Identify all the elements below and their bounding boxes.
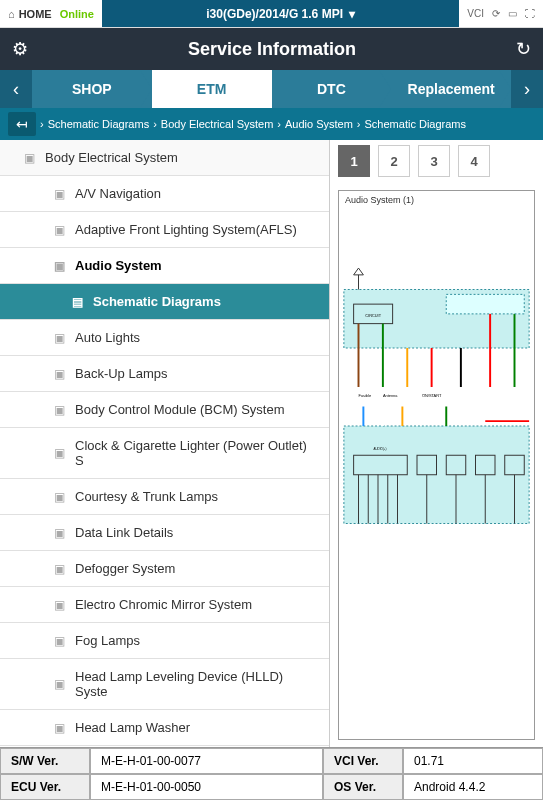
tree-item[interactable]: ▣Fog Lamps (0, 623, 329, 659)
tree-item[interactable]: ▣A/V Navigation (0, 176, 329, 212)
breadcrumb-1[interactable]: Schematic Diagrams (48, 118, 149, 130)
tree-item-label: Fog Lamps (75, 633, 140, 648)
tree-item[interactable]: ▣Auto Lights (0, 320, 329, 356)
tree-root[interactable]: ▣Body Electrical System (0, 140, 329, 176)
folder-icon: ▣ (54, 259, 65, 273)
vci-label: VCI (467, 8, 484, 19)
folder-icon: ▣ (54, 446, 65, 460)
page-1-button[interactable]: 1 (338, 145, 370, 177)
tab-next[interactable]: › (511, 70, 543, 108)
ecu-ver-value: M-E-H-01-00-0050 (90, 774, 323, 800)
tree-item-schematic[interactable]: ▤Schematic Diagrams (0, 284, 329, 320)
breadcrumb-sep: › (357, 118, 361, 130)
svg-text:CIRCUIT: CIRCUIT (365, 313, 381, 318)
tree-item[interactable]: ▣Adaptive Front Lighting System(AFLS) (0, 212, 329, 248)
main-panel: 1 2 3 4 Audio System (1) CIRCUIT (330, 140, 543, 748)
page-title: Service Information (28, 39, 516, 60)
tree-item[interactable]: ▣Courtesy & Trunk Lamps (0, 479, 329, 515)
tree-root-label: Body Electrical System (45, 150, 178, 165)
breadcrumb-2[interactable]: Body Electrical System (161, 118, 273, 130)
sw-ver-label: S/W Ver. (0, 748, 90, 774)
tree-item[interactable]: ▣Head Lamp Leveling Device (HLLD) Syste (0, 659, 329, 710)
tree-item[interactable]: ▣Data Link Details (0, 515, 329, 551)
svg-rect-12 (446, 294, 524, 314)
breadcrumb: ↤ › Schematic Diagrams › Body Electrical… (0, 108, 543, 140)
tree-item-audio[interactable]: ▣Audio System (0, 248, 329, 284)
breadcrumb-4[interactable]: Schematic Diagrams (365, 118, 466, 130)
breadcrumb-sep: › (40, 118, 44, 130)
tab-dtc-label: DTC (317, 81, 346, 97)
folder-icon: ▣ (54, 562, 65, 576)
gear-icon[interactable]: ⚙ (12, 38, 28, 60)
home-link[interactable]: HOME (19, 8, 52, 20)
tree-item[interactable]: ▣Clock & Cigarette Lighter (Power Outlet… (0, 428, 329, 479)
folder-icon: ▣ (54, 403, 65, 417)
ecu-ver-label: ECU Ver. (0, 774, 90, 800)
folder-icon: ▣ (54, 490, 65, 504)
schematic-diagram[interactable]: Audio System (1) CIRCUIT Fusible (338, 190, 535, 740)
svg-text:Fusible: Fusible (359, 393, 372, 398)
folder-icon: ▣ (54, 223, 65, 237)
tab-replacement[interactable]: Replacement (391, 70, 511, 108)
top-bar: ⌂ HOME Online i30(GDe)/2014/G 1.6 MPI ▾ … (0, 0, 543, 28)
tree-item-label: Body Control Module (BCM) System (75, 402, 285, 417)
tab-etm-label: ETM (197, 81, 227, 97)
tree-item-label: Courtesy & Trunk Lamps (75, 489, 218, 504)
os-ver-label: OS Ver. (323, 774, 403, 800)
page-3-button[interactable]: 3 (418, 145, 450, 177)
page-4-button[interactable]: 4 (458, 145, 490, 177)
reload-icon[interactable]: ↻ (516, 38, 531, 60)
tree-item[interactable]: ▣Back-Up Lamps (0, 356, 329, 392)
svg-text:AUDIO(+): AUDIO(+) (374, 447, 387, 451)
tab-shop-label: SHOP (72, 81, 112, 97)
page-2-button[interactable]: 2 (378, 145, 410, 177)
tree-item-label: Electro Chromic Mirror System (75, 597, 252, 612)
folder-icon: ▣ (54, 721, 65, 735)
pagination: 1 2 3 4 (330, 140, 543, 182)
tree-item-label: Audio System (75, 258, 162, 273)
os-ver-value: Android 4.4.2 (403, 774, 543, 800)
folder-icon: ▣ (54, 187, 65, 201)
sw-ver-value: M-E-H-01-00-0077 (90, 748, 323, 774)
vci-status-icon: ⟳ (492, 8, 500, 19)
svg-marker-4 (354, 268, 364, 275)
folder-icon: ▣ (24, 151, 35, 165)
tab-bar: ‹ SHOP ETM DTC Replacement › (0, 70, 543, 108)
tree-item[interactable]: ▣Defogger System (0, 551, 329, 587)
tab-replacement-label: Replacement (408, 81, 495, 97)
svg-text:Antenna: Antenna (383, 393, 398, 398)
tree-item-label: Clock & Cigarette Lighter (Power Outlet)… (75, 438, 317, 468)
tree-item-label: Defogger System (75, 561, 175, 576)
breadcrumb-sep: › (277, 118, 281, 130)
tab-etm[interactable]: ETM (152, 70, 272, 108)
wiring-schematic-svg: CIRCUIT Fusible Antenna ON/START (339, 191, 534, 739)
tree-item-label: Back-Up Lamps (75, 366, 167, 381)
home-icon[interactable]: ⌂ (8, 8, 15, 20)
capture-icon[interactable]: ▭ (508, 8, 517, 19)
chevron-down-icon: ▾ (349, 7, 355, 21)
breadcrumb-3[interactable]: Audio System (285, 118, 353, 130)
vehicle-selector[interactable]: i30(GDe)/2014/G 1.6 MPI ▾ (102, 0, 459, 27)
title-bar: ⚙ Service Information ↻ (0, 28, 543, 70)
tree-item-label: Data Link Details (75, 525, 173, 540)
document-icon: ▤ (72, 295, 83, 309)
tab-prev[interactable]: ‹ (0, 70, 32, 108)
vci-ver-label: VCI Ver. (323, 748, 403, 774)
navigation-tree: ▣Body Electrical System ▣A/V Navigation … (0, 140, 330, 748)
tree-item[interactable]: ▣Head Lamp Washer (0, 710, 329, 746)
folder-icon: ▣ (54, 677, 65, 691)
tab-shop[interactable]: SHOP (32, 70, 152, 108)
tab-dtc[interactable]: DTC (272, 70, 392, 108)
fullscreen-icon[interactable]: ⛶ (525, 8, 535, 19)
folder-icon: ▣ (54, 598, 65, 612)
tree-item[interactable]: ▣Electro Chromic Mirror System (0, 587, 329, 623)
tree-item-label: Auto Lights (75, 330, 140, 345)
breadcrumb-back-icon[interactable]: ↤ (8, 112, 36, 136)
tree-item-label: A/V Navigation (75, 186, 161, 201)
tree-item-label: Head Lamp Washer (75, 720, 190, 735)
tree-item-label: Schematic Diagrams (93, 294, 221, 309)
svg-text:ON/START: ON/START (422, 393, 442, 398)
vci-ver-value: 01.71 (403, 748, 543, 774)
tree-item[interactable]: ▣Body Control Module (BCM) System (0, 392, 329, 428)
diagram-title: Audio System (1) (345, 195, 414, 205)
